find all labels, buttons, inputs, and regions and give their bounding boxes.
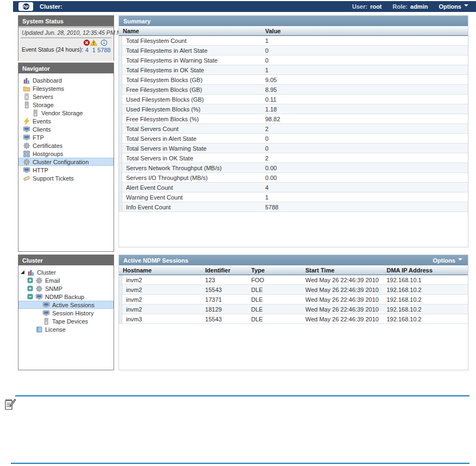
- summary-name-cell: Info Event Count: [122, 204, 261, 210]
- ndmp-cell-type: DLE: [247, 287, 302, 293]
- nav-item-events[interactable]: Events: [18, 117, 114, 125]
- nav-item-filesystems[interactable]: Filesystems: [18, 84, 114, 92]
- alert-count-link[interactable]: 4: [85, 47, 89, 53]
- nav-item-dashboard[interactable]: Dashboard: [18, 76, 114, 84]
- tree-item-email[interactable]: Email: [18, 276, 114, 284]
- nav-item-cluster-configuration[interactable]: Cluster Configuration: [18, 158, 114, 166]
- summary-row-total-filesystem-count: Total Filesystem Count1: [119, 36, 468, 46]
- ndmp-col-dma-ip-address: DMA IP Address: [383, 267, 468, 274]
- monitor-icon: [42, 309, 50, 317]
- nav-item-certificates[interactable]: Certificates: [18, 141, 114, 150]
- grid-icon: [23, 150, 30, 158]
- summary-name-cell: Used Filesystem Blocks (%): [122, 106, 261, 113]
- nav-item-label: Filesystems: [33, 85, 64, 92]
- summary-row-alert-event-count: Alert Event Count4: [119, 183, 468, 192]
- info-count-link[interactable]: 5788: [97, 47, 110, 53]
- expand-plus-icon[interactable]: [27, 277, 33, 283]
- nav-item-clients[interactable]: Clients: [18, 125, 114, 133]
- role-value: admin: [410, 3, 428, 10]
- tree-expanded-caret-icon[interactable]: [21, 270, 24, 274]
- tree-item-snmp[interactable]: SNMP: [18, 284, 114, 293]
- ndmp-session-row[interactable]: invm217371DLEWed May 26 22:46:39 2010192…: [119, 295, 468, 305]
- ndmp-cell-dma-ip-address: 192.168.10.2: [383, 316, 468, 322]
- nav-item-label: Cluster Configuration: [33, 159, 89, 165]
- tree-item-label: Cluster: [37, 269, 56, 276]
- summary-header: Summary: [119, 16, 468, 26]
- warning-count-column: 1: [90, 39, 97, 53]
- navigator-panel: Navigator DashboardFilesystemsServersSto…: [18, 63, 114, 252]
- summary-name-cell: Total Filesystems in Warning State: [122, 57, 261, 64]
- summary-value-cell: 2: [261, 126, 468, 132]
- summary-name-cell: Alert Event Count: [122, 184, 261, 191]
- summary-row-servers-network-throughput-mb-s: Servers Network Throughput (MB/s)0.00: [119, 163, 468, 173]
- nav-item-support-tickets[interactable]: Support Tickets: [18, 174, 114, 182]
- ndmp-session-row[interactable]: invm315543DLEWed May 26 22:46:39 2010192…: [119, 314, 468, 324]
- topbar-options-button[interactable]: Options: [439, 3, 468, 10]
- tree-item-cluster[interactable]: Cluster: [18, 268, 114, 276]
- tree-item-active-sessions[interactable]: Active Sessions: [18, 301, 114, 309]
- ndmp-options-button[interactable]: Options: [433, 257, 462, 264]
- tree-item-label: Session History: [52, 310, 93, 316]
- nav-item-hostgroups[interactable]: Hostgroups: [18, 150, 114, 158]
- ndmp-header: Active NDMP Sessions Options: [119, 255, 468, 265]
- summary-value-cell: 9.05: [261, 77, 468, 83]
- system-status-header: System Status: [18, 16, 114, 26]
- ndmp-cell-hostname: invm2: [122, 287, 202, 293]
- user-value: root: [370, 3, 381, 10]
- warning-count-link[interactable]: 1: [92, 47, 96, 53]
- tree-item-label: NDMP Backup: [45, 294, 84, 300]
- nav-item-ftp[interactable]: FTP: [18, 133, 114, 141]
- nav-item-http[interactable]: HTTP: [18, 166, 114, 174]
- summary-name-cell: Total Servers Count: [122, 126, 261, 132]
- summary-value-cell: 5788: [261, 204, 468, 210]
- tree-item-session-history[interactable]: Session History: [18, 309, 114, 317]
- ticket-icon: [23, 175, 30, 182]
- summary-row-info-event-count: Info Event Count5788: [119, 202, 468, 212]
- ndmp-sessions-panel: Active NDMP Sessions Options HostnameIde…: [118, 254, 468, 370]
- ndmp-col-identifier: Identifier: [202, 267, 248, 274]
- nav-item-label: Vendor Storage: [41, 110, 83, 116]
- info-icon: [101, 39, 108, 46]
- nav-item-label: Events: [33, 118, 51, 125]
- ndmp-cell-type: DLE: [247, 316, 302, 322]
- tree-item-license[interactable]: License: [18, 325, 114, 333]
- tree-item-label: Email: [45, 277, 60, 284]
- nav-item-storage[interactable]: Storage: [18, 101, 114, 109]
- ndmp-col-hostname: Hostname: [119, 267, 202, 274]
- ndmp-cell-identifier: 18129: [202, 306, 248, 313]
- summary-name-cell: Used Filesystem Blocks (GB): [122, 96, 261, 103]
- collapse-minus-icon[interactable]: [27, 294, 33, 300]
- topbar-right: User: root Role: admin Options: [352, 3, 468, 10]
- nav-item-servers[interactable]: Servers: [18, 92, 114, 101]
- navigator-header: Navigator: [18, 63, 114, 73]
- ndmp-cell-hostname: invm2: [122, 277, 202, 283]
- ndmp-cell-hostname: invm3: [122, 316, 202, 322]
- summary-name-cell: Servers Network Throughput (MB/s): [122, 165, 261, 171]
- warning-icon: [90, 39, 97, 46]
- ndmp-session-row[interactable]: invm215543DLEWed May 26 22:46:39 2010192…: [119, 285, 468, 295]
- ndmp-session-row[interactable]: invm218129DLEWed May 26 22:46:39 2010192…: [119, 305, 468, 314]
- status-updated-text: Updated Jun. 28, 2010, 12:35:45 PM MDT: [21, 28, 111, 38]
- ndmp-cell-start-time: Wed May 26 22:46:39 2010: [302, 296, 383, 303]
- error-icon: [83, 39, 90, 46]
- horizontal-rule-top: [15, 395, 469, 396]
- tree-item-tape-devices[interactable]: Tape Devices: [18, 317, 114, 325]
- summary-name-cell: Warning Event Count: [122, 194, 261, 201]
- ndmp-session-row[interactable]: invm2123FOOWed May 26 22:46:39 2010192.1…: [119, 275, 468, 285]
- app-title: Cluster:: [40, 3, 62, 10]
- expand-plus-icon[interactable]: [27, 285, 33, 291]
- role-label: Role:: [393, 3, 408, 10]
- summary-name-cell: Total Filesystems in OK State: [122, 67, 261, 73]
- summary-name-cell: Free Filesystem Blocks (%): [122, 116, 261, 122]
- tree-item-ndmp-backup[interactable]: NDMP Backup: [18, 293, 114, 301]
- storage-icon: [32, 109, 39, 117]
- chevron-down-icon: [458, 258, 462, 260]
- ndmp-cell-start-time: Wed May 26 22:46:39 2010: [302, 277, 383, 283]
- summary-row-used-filesystem-blocks-gb: Used Filesystem Blocks (GB)0.11: [119, 95, 468, 104]
- summary-col-value: Value: [261, 28, 468, 34]
- ndmp-cell-identifier: 17371: [202, 296, 248, 303]
- cluster-tree: ClusterEmailSNMPNDMP BackupActive Sessio…: [18, 265, 114, 333]
- ndmp-col-type: Type: [247, 267, 302, 274]
- tree-item-label: SNMP: [45, 285, 62, 292]
- nav-item-vendor-storage[interactable]: Vendor Storage: [18, 109, 114, 117]
